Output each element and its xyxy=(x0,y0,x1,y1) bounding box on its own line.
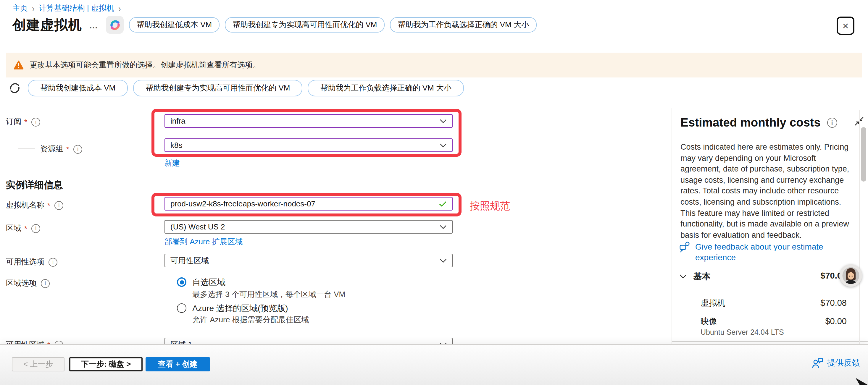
costs-panel-title-row: Estimated monthly costs xyxy=(680,116,837,130)
availability-options-select[interactable]: 可用性区域 xyxy=(164,254,453,267)
feedback-bubbles-icon xyxy=(679,241,690,253)
breadcrumb: 主页 › 计算基础结构 | 虚拟机 › xyxy=(12,3,121,13)
chip-right-vm-size[interactable]: 帮助我为工作负载选择正确的 VM 大小 xyxy=(390,17,537,33)
chevron-right-icon: › xyxy=(32,3,35,14)
instance-details-heading: 实例详细信息 xyxy=(6,179,63,192)
radio-azure-selected-zone[interactable] xyxy=(177,303,186,313)
info-icon[interactable] xyxy=(41,279,50,288)
chevron-down-icon xyxy=(440,119,447,123)
chevron-down-icon xyxy=(440,224,447,229)
create-new-resource-group-link[interactable]: 新建 xyxy=(164,158,180,168)
chevron-down-icon xyxy=(440,258,447,263)
close-icon: ✕ xyxy=(842,21,849,30)
info-icon[interactable] xyxy=(49,258,57,266)
chip-low-cost-vm[interactable]: 帮助我创建低成本 VM xyxy=(129,17,219,33)
region-select[interactable]: (US) West US 2 xyxy=(164,220,453,234)
scrollbar-thumb[interactable] xyxy=(861,127,866,182)
cost-row-image: 映像 xyxy=(701,316,717,327)
mouse-cursor xyxy=(854,375,868,385)
valid-check-icon xyxy=(439,201,447,207)
cost-row-image-amount: $0.00 xyxy=(825,316,847,326)
copilot-icon[interactable] xyxy=(106,16,124,34)
create-vm-page: 主页 › 计算基础结构 | 虚拟机 › 创建虚拟机 … 帮助我创建低成本 xyxy=(0,0,868,385)
radio-azure-selected-zone-desc: 允许 Azure 根据需要分配最佳区域 xyxy=(192,315,309,325)
info-icon[interactable] xyxy=(31,118,40,126)
info-icon[interactable] xyxy=(55,201,63,210)
cost-group-basic[interactable]: 基本 xyxy=(693,271,711,282)
chip-low-cost-vm[interactable]: 帮助我创建低成本 VM xyxy=(28,80,128,96)
avatar[interactable] xyxy=(840,264,862,287)
next-step-disks-button[interactable]: 下一步: 磁盘 > xyxy=(69,357,143,372)
radio-self-selected-zone-label[interactable]: 自选区域 xyxy=(192,277,225,288)
wizard-footer: < 上一步 下一步: 磁盘 > 查看 + 创建 提供反馈 xyxy=(0,344,868,385)
scrollbar-track xyxy=(859,110,860,370)
deploy-extended-zone-link[interactable]: 部署到 Azure 扩展区域 xyxy=(164,236,243,247)
page-title: 创建虚拟机 xyxy=(12,16,82,34)
cost-row-image-note: Ubuntu Server 24.04 LTS xyxy=(701,328,784,336)
required-mark: * xyxy=(47,201,50,210)
chevron-right-icon: › xyxy=(118,3,121,14)
previous-step-button[interactable]: < 上一步 xyxy=(12,357,64,372)
chevron-down-icon[interactable] xyxy=(679,274,687,279)
warning-text: 更改基本选项可能会重置所做的选择。创建虚拟机前查看所有选项。 xyxy=(30,60,260,70)
vm-name-label: 虚拟机名称 * xyxy=(6,200,63,211)
required-mark: * xyxy=(66,145,69,154)
annotation-note: 按照规范 xyxy=(470,199,510,213)
costs-panel-title: Estimated monthly costs xyxy=(680,116,820,130)
radio-self-selected-zone[interactable] xyxy=(177,277,186,287)
subscription-select[interactable]: infra xyxy=(164,114,453,128)
zone-options-label: 区域选项 xyxy=(6,278,50,289)
chip-high-availability-vm[interactable]: 帮助我创建专为实现高可用性而优化的 VM xyxy=(133,80,302,96)
resource-group-label: 资源组 * xyxy=(40,144,82,154)
title-row: 创建虚拟机 … 帮助我创建低成本 VM 帮助我创建专为实现高可用性而优化的 VM… xyxy=(12,15,537,34)
required-mark: * xyxy=(24,224,27,233)
estimate-feedback-link[interactable]: Give feedback about your estimate experi… xyxy=(679,241,843,263)
chip-right-vm-size[interactable]: 帮助我为工作负载选择正确的 VM 大小 xyxy=(308,80,464,96)
chip-high-availability-vm[interactable]: 帮助我创建专为实现高可用性而优化的 VM xyxy=(225,17,384,33)
cost-row-vm-amount: $70.08 xyxy=(820,298,847,308)
review-create-button[interactable]: 查看 + 创建 xyxy=(146,357,210,372)
chevron-down-icon xyxy=(440,143,447,148)
estimated-costs-panel: Estimated monthly costs Costs indicated … xyxy=(672,108,868,373)
availability-options-label: 可用性选项 xyxy=(6,257,57,267)
tree-connector-horizontal xyxy=(18,148,35,149)
subscription-label: 订阅 * xyxy=(6,117,40,127)
vm-name-input[interactable]: prod-usw2-k8s-freeleaps-worker-nodes-07 xyxy=(164,197,453,211)
costs-disclaimer: Costs indicated here are estimates only.… xyxy=(680,142,851,241)
resource-group-select[interactable]: k8s xyxy=(164,138,453,152)
info-icon[interactable] xyxy=(73,145,82,154)
copilot-suggestions-row: 帮助我创建低成本 VM 帮助我创建专为实现高可用性而优化的 VM 帮助我为工作负… xyxy=(8,81,464,96)
breadcrumb-home[interactable]: 主页 xyxy=(12,3,28,13)
warning-icon xyxy=(13,60,24,70)
copilot-outline-icon xyxy=(8,82,21,95)
provide-feedback-link[interactable]: 提供反馈 xyxy=(812,358,860,368)
required-mark: * xyxy=(24,118,27,126)
more-menu-icon[interactable]: … xyxy=(89,20,99,30)
info-icon[interactable] xyxy=(31,224,40,233)
person-feedback-icon xyxy=(812,358,824,368)
radio-self-selected-zone-desc: 最多选择 3 个可用性区域，每个区域一台 VM xyxy=(192,289,345,300)
cost-row-vm: 虚拟机 xyxy=(701,298,725,309)
warning-banner: 更改基本选项可能会重置所做的选择。创建虚拟机前查看所有选项。 xyxy=(6,53,862,77)
breadcrumb-virtual-machines[interactable]: 计算基础结构 | 虚拟机 xyxy=(39,3,114,13)
divider xyxy=(672,341,868,342)
region-label: 区域 * xyxy=(6,223,40,234)
close-button[interactable]: ✕ xyxy=(837,17,855,35)
radio-azure-selected-zone-label[interactable]: Azure 选择的区域(预览版) xyxy=(192,303,288,314)
info-icon[interactable] xyxy=(827,118,837,128)
tree-connector-vertical xyxy=(18,129,18,149)
